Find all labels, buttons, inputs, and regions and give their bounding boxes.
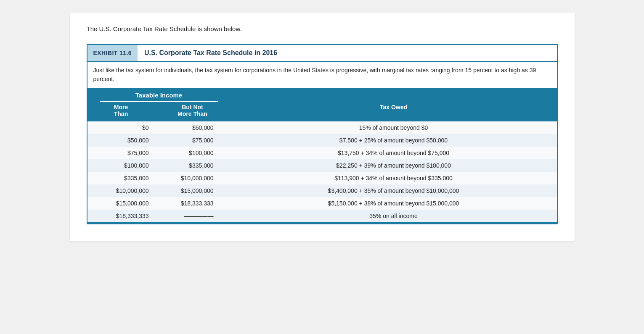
table-row: $15,000,000$18,333,333$5,150,000 + 38% o… [87, 197, 557, 210]
tax-owed-cell: $3,400,000 + 35% of amount beyond $10,00… [231, 184, 557, 197]
but-not-more-than-cell: ————— [155, 210, 231, 223]
but-not-more-than-cell: $75,000 [155, 134, 231, 147]
col-but-not-header: But Not More Than [155, 102, 231, 121]
table-row: $50,000$75,000$7,500 + 25% of amount bey… [87, 134, 557, 147]
tax-owed-cell: $7,500 + 25% of amount beyond $50,000 [231, 134, 557, 147]
table-row: $10,000,000$15,000,000$3,400,000 + 35% o… [87, 184, 557, 197]
exhibit-container: EXHIBIT 11.6 U.S. Corporate Tax Rate Sch… [87, 44, 558, 224]
taxable-income-group-header: Taxable Income [100, 92, 218, 102]
table-row: $335,000$10,000,000$113,900 + 34% of amo… [87, 172, 557, 184]
tax-owed-cell: $5,150,000 + 38% of amount beyond $15,00… [231, 197, 557, 210]
table-row: $75,000$100,000$13,750 + 34% of amount b… [87, 147, 557, 159]
table-row: $100,000$335,000$22,250 + 39% of amount … [87, 159, 557, 172]
table-body: $0$50,00015% of amount beyond $0$50,000$… [87, 121, 557, 223]
table-subheader-row: More Than But Not More Than Tax Owed [87, 102, 557, 121]
tax-owed-cell: $22,250 + 39% of amount beyond $100,000 [231, 159, 557, 172]
but-not-more-than-cell: $50,000 [155, 121, 231, 134]
but-not-more-than-cell: $335,000 [155, 159, 231, 172]
col-more-than-header: More Than [87, 102, 155, 121]
more-than-cell: $18,333,333 [87, 210, 155, 223]
more-than-cell: $15,000,000 [87, 197, 155, 210]
more-than-cell: $10,000,000 [87, 184, 155, 197]
but-not-more-than-cell: $18,333,333 [155, 197, 231, 210]
but-not-more-than-cell: $10,000,000 [155, 172, 231, 184]
tax-owed-cell: 35% on all income [231, 210, 557, 223]
table-row: $18,333,333—————35% on all income [87, 210, 557, 223]
more-than-cell: $50,000 [87, 134, 155, 147]
more-than-cell: $100,000 [87, 159, 155, 172]
taxable-income-group-row: Taxable Income [87, 88, 557, 102]
exhibit-description: Just like the tax system for individuals… [87, 61, 557, 88]
more-than-cell: $0 [87, 121, 155, 134]
exhibit-label: EXHIBIT 11.6 [87, 45, 138, 61]
more-than-cell: $335,000 [87, 172, 155, 184]
tax-table: Taxable Income More Than But Not More Th… [87, 88, 557, 224]
exhibit-header: EXHIBIT 11.6 U.S. Corporate Tax Rate Sch… [87, 45, 557, 61]
page-container: The U.S. Corporate Tax Rate Schedule is … [70, 13, 575, 241]
table-row: $0$50,00015% of amount beyond $0 [87, 121, 557, 134]
tax-owed-spacer [231, 88, 557, 102]
col-tax-owed-header: Tax Owed [231, 102, 557, 121]
more-than-cell: $75,000 [87, 147, 155, 159]
exhibit-title: U.S. Corporate Tax Rate Schedule in 2016 [138, 45, 284, 61]
but-not-more-than-cell: $15,000,000 [155, 184, 231, 197]
tax-owed-cell: 15% of amount beyond $0 [231, 121, 557, 134]
but-not-more-than-cell: $100,000 [155, 147, 231, 159]
intro-text: The U.S. Corporate Tax Rate Schedule is … [87, 25, 558, 32]
tax-owed-cell: $113,900 + 34% of amount beyond $335,000 [231, 172, 557, 184]
tax-owed-cell: $13,750 + 34% of amount beyond $75,000 [231, 147, 557, 159]
